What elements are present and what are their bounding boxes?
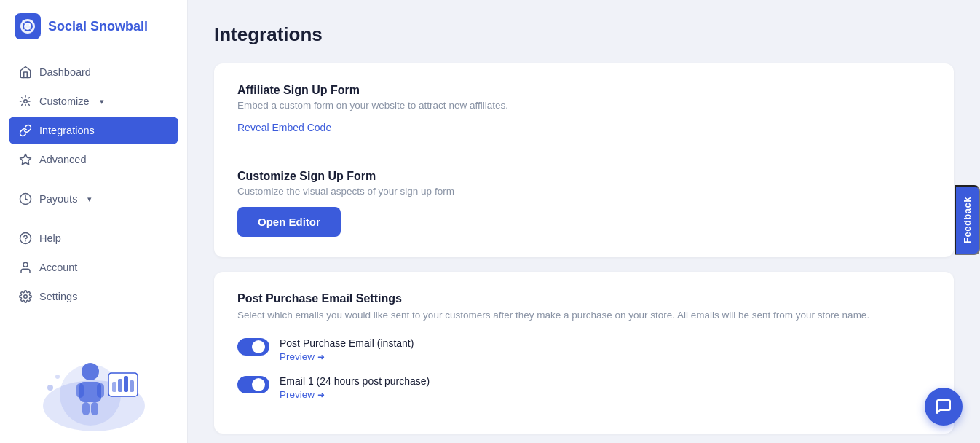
page-title: Integrations [214, 23, 954, 46]
affiliate-signup-title: Affiliate Sign Up Form [237, 84, 930, 97]
help-icon [19, 232, 32, 245]
svg-point-7 [23, 262, 28, 267]
email1-toggle[interactable] [237, 376, 269, 393]
customize-icon [19, 95, 32, 108]
affiliate-signup-desc: Embed a custom form on your website to a… [237, 100, 930, 111]
post-purchase-desc: Select which emails you would like sent … [237, 308, 930, 323]
affiliate-card: Affiliate Sign Up Form Embed a custom fo… [214, 63, 954, 257]
sidebar: Social Snowball Dashboard Customize ▾ [0, 0, 188, 443]
svg-rect-20 [124, 376, 128, 392]
toggle-label-1: Post Purchase Email (instant) [280, 337, 414, 349]
open-editor-button[interactable]: Open Editor [237, 207, 341, 237]
svg-rect-21 [130, 380, 134, 392]
toggle-info-2: Email 1 (24 hours post purchase) Preview… [280, 375, 430, 400]
svg-marker-3 [20, 154, 31, 165]
sidebar-illustration [0, 342, 187, 443]
preview-link-1[interactable]: Preview ➜ [280, 351, 414, 362]
svg-rect-18 [112, 382, 116, 392]
svg-rect-14 [97, 383, 104, 398]
arrow-icon-1: ➜ [317, 352, 325, 362]
chevron-down-icon: ▾ [100, 97, 104, 106]
post-purchase-card: Post Purchase Email Settings Select whic… [214, 272, 954, 434]
integrations-icon [19, 124, 32, 137]
feedback-wrapper: Feedback [955, 185, 980, 258]
settings-icon [19, 290, 32, 303]
sidebar-item-customize[interactable]: Customize ▾ [9, 87, 178, 115]
logo-text: Social Snowball [48, 19, 148, 34]
sidebar-item-label: Help [39, 232, 61, 244]
chat-button-wrapper [925, 388, 963, 426]
chat-button[interactable] [925, 388, 963, 426]
post-purchase-title: Post Purchase Email Settings [237, 292, 930, 305]
home-icon [19, 66, 32, 79]
sidebar-item-settings[interactable]: Settings [9, 283, 178, 310]
sidebar-item-label: Payouts [39, 193, 77, 205]
sidebar-item-payouts[interactable]: Payouts ▾ [9, 185, 178, 213]
customize-signup-title: Customize Sign Up Form [237, 170, 930, 183]
sidebar-item-dashboard[interactable]: Dashboard [9, 58, 178, 86]
sidebar-nav: Dashboard Customize ▾ Integrations [0, 58, 187, 342]
svg-point-2 [24, 100, 28, 103]
sidebar-item-integrations[interactable]: Integrations [9, 117, 178, 144]
customize-signup-desc: Customize the visual aspects of your sig… [237, 186, 930, 197]
sidebar-item-advanced[interactable]: Advanced [9, 146, 178, 173]
advanced-icon [19, 153, 32, 166]
toggle-label-2: Email 1 (24 hours post purchase) [280, 375, 430, 387]
toggle-row-2: Email 1 (24 hours post purchase) Preview… [237, 375, 930, 400]
reveal-embed-code-button[interactable]: Reveal Embed Code [237, 122, 331, 133]
svg-point-8 [24, 295, 28, 299]
sidebar-item-help[interactable]: Help [9, 224, 178, 252]
sidebar-item-label: Advanced [39, 154, 87, 165]
preview-link-2[interactable]: Preview ➜ [280, 389, 430, 400]
chat-icon [935, 398, 952, 415]
toggle-row-1: Post Purchase Email (instant) Preview ➜ [237, 337, 930, 362]
sidebar-item-label: Settings [39, 291, 77, 302]
logo-area[interactable]: Social Snowball [0, 0, 187, 52]
sidebar-item-account[interactable]: Account [9, 254, 178, 281]
svg-point-11 [82, 363, 99, 380]
toggle-info-1: Post Purchase Email (instant) Preview ➜ [280, 337, 414, 362]
svg-rect-15 [82, 402, 90, 415]
svg-point-23 [55, 375, 60, 379]
svg-rect-16 [91, 402, 98, 415]
toggle-slider-1 [237, 338, 269, 356]
arrow-icon-2: ➜ [317, 390, 325, 400]
logo-icon [15, 13, 41, 39]
toggle-slider-2 [237, 376, 269, 393]
customize-signup-section: Customize Sign Up Form Customize the vis… [237, 170, 930, 237]
account-icon [19, 261, 32, 274]
feedback-button[interactable]: Feedback [955, 185, 980, 255]
svg-point-22 [47, 385, 53, 391]
affiliate-signup-section: Affiliate Sign Up Form Embed a custom fo… [237, 84, 930, 134]
svg-rect-13 [76, 383, 84, 398]
svg-point-1 [25, 23, 31, 29]
svg-rect-19 [118, 379, 122, 392]
sidebar-item-label: Account [39, 262, 77, 273]
main-content: Integrations Affiliate Sign Up Form Embe… [188, 0, 980, 443]
post-purchase-email-toggle[interactable] [237, 338, 269, 356]
chevron-down-icon: ▾ [87, 195, 92, 204]
sidebar-item-label: Integrations [39, 125, 95, 136]
card-divider [237, 152, 930, 152]
payouts-icon [19, 192, 32, 205]
sidebar-item-label: Dashboard [39, 66, 91, 78]
sidebar-item-label: Customize [39, 95, 90, 107]
